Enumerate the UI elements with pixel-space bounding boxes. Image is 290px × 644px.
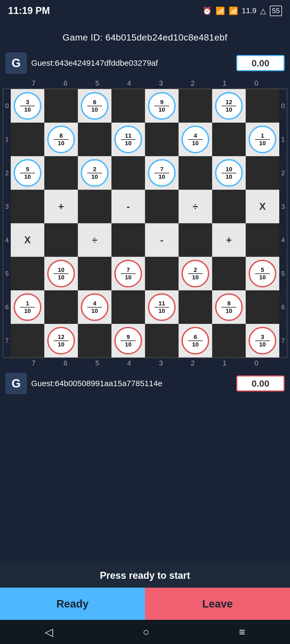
board-cell-0-6[interactable]: 1210 [212, 89, 246, 123]
row-label-left-5: 5 [3, 257, 11, 290]
board-cell-7-6[interactable] [212, 324, 246, 357]
board-cell-0-3[interactable] [111, 89, 145, 123]
piece-1-3: 1110 [114, 126, 142, 153]
board-cell-6-3[interactable] [111, 290, 145, 324]
board-cell-0-0[interactable]: 310 [11, 89, 44, 123]
op-3-3: - [127, 201, 130, 212]
piece-1-5: 410 [182, 126, 209, 153]
board-cell-4-4[interactable]: - [145, 223, 179, 257]
board-cell-6-4[interactable]: 1110 [145, 290, 179, 324]
board-cell-7-7[interactable]: 310 [246, 324, 279, 357]
board-cell-0-2[interactable]: 610 [78, 89, 111, 123]
col-label-0: 0 [241, 78, 273, 89]
board-cell-1-7[interactable]: 110 [246, 123, 279, 156]
op-3-7: X [259, 201, 266, 212]
board-cell-3-6[interactable] [212, 190, 246, 223]
player2-avatar: G [5, 373, 27, 394]
board-cell-3-5[interactable]: ÷ [179, 190, 212, 223]
board-cell-6-0[interactable]: 110 [11, 290, 44, 324]
row-label-left-0: 0 [3, 89, 11, 123]
board-cell-6-5[interactable] [179, 290, 212, 324]
board-cell-7-3[interactable]: 910 [111, 324, 145, 357]
board-cell-5-3[interactable]: 710 [111, 257, 145, 290]
op-3-1: + [58, 201, 64, 212]
row-label-left-2: 2 [3, 156, 11, 190]
col-label-b0: 0 [241, 358, 273, 368]
board-cell-5-6[interactable] [212, 257, 246, 290]
board-cell-4-1[interactable] [44, 223, 78, 257]
board-cell-7-1[interactable]: 1210 [44, 324, 78, 357]
piece-6-0: 110 [14, 293, 41, 321]
board-cell-7-5[interactable]: 610 [179, 324, 212, 357]
leave-button[interactable]: Leave [145, 588, 290, 620]
board-cell-2-1[interactable] [44, 156, 78, 190]
board-cell-6-1[interactable] [44, 290, 78, 324]
board-cell-2-5[interactable] [179, 156, 212, 190]
board-cell-4-2[interactable]: ÷ [78, 223, 111, 257]
board-cell-1-3[interactable]: 1110 [111, 123, 145, 156]
board-cell-1-0[interactable] [11, 123, 44, 156]
col-label-5: 5 [81, 78, 113, 89]
board-cell-0-1[interactable] [44, 89, 78, 123]
board-cell-7-2[interactable] [78, 324, 111, 357]
home-button[interactable]: ○ [143, 626, 149, 638]
action-buttons: Ready Leave [0, 588, 290, 620]
board-cell-3-3[interactable]: - [111, 190, 145, 223]
back-button[interactable]: ◁ [45, 626, 53, 638]
col-label-6: 6 [50, 78, 82, 89]
game-board: 0310610910121001810111041011012510210710… [3, 89, 287, 358]
piece-2-0: 510 [14, 159, 41, 187]
piece-7-5: 610 [182, 327, 209, 354]
row-label-right-2: 2 [279, 156, 287, 190]
board-cell-5-7[interactable]: 510 [246, 257, 279, 290]
board-cell-1-5[interactable]: 410 [179, 123, 212, 156]
game-id-container: Game ID: 64b015deb24ed10c8e481ebf [0, 21, 290, 48]
board-cell-5-5[interactable]: 210 [179, 257, 212, 290]
board-cell-2-7[interactable] [246, 156, 279, 190]
board-cell-3-1[interactable]: + [44, 190, 78, 223]
board-cell-3-2[interactable] [78, 190, 111, 223]
board-cell-2-3[interactable] [111, 156, 145, 190]
player2-score: 0.00 [236, 375, 285, 391]
board-cell-4-6[interactable]: + [212, 223, 246, 257]
piece-2-2: 210 [81, 159, 108, 187]
board-cell-2-4[interactable]: 710 [145, 156, 179, 190]
board-cell-2-6[interactable]: 1010 [212, 156, 246, 190]
board-cell-4-0[interactable]: X [11, 223, 44, 257]
board-cell-4-5[interactable] [179, 223, 212, 257]
board-cell-3-0[interactable] [11, 190, 44, 223]
board-cell-1-1[interactable]: 810 [44, 123, 78, 156]
board-cell-1-4[interactable] [145, 123, 179, 156]
menu-button[interactable]: ≡ [239, 626, 245, 638]
board-cell-6-7[interactable] [246, 290, 279, 324]
board-cell-0-5[interactable] [179, 89, 212, 123]
col-label-1: 1 [209, 78, 241, 89]
row-label-right-7: 7 [279, 324, 287, 357]
board-cell-0-7[interactable] [246, 89, 279, 123]
board-cell-1-6[interactable] [212, 123, 246, 156]
board-cell-7-0[interactable] [11, 324, 44, 357]
board-cell-4-7[interactable] [246, 223, 279, 257]
board-cell-3-4[interactable] [145, 190, 179, 223]
board-cell-3-7[interactable]: X [246, 190, 279, 223]
board-cell-2-0[interactable]: 510 [11, 156, 44, 190]
board-cell-0-4[interactable]: 910 [145, 89, 179, 123]
status-time: 11:19 PM [8, 5, 50, 16]
board-cell-6-6[interactable]: 810 [212, 290, 246, 324]
board-cell-5-0[interactable] [11, 257, 44, 290]
piece-5-1: 1010 [47, 260, 75, 287]
board-cell-5-1[interactable]: 1010 [44, 257, 78, 290]
board-cell-6-2[interactable]: 410 [78, 290, 111, 324]
triangle-icon: △ [260, 6, 266, 15]
player1-score: 0.00 [236, 55, 285, 71]
op-4-2: ÷ [92, 235, 97, 246]
board-cell-5-4[interactable] [145, 257, 179, 290]
board-cell-5-2[interactable] [78, 257, 111, 290]
board-cell-7-4[interactable] [145, 324, 179, 357]
board-cell-4-3[interactable] [111, 223, 145, 257]
row-label-right-4: 4 [279, 223, 287, 257]
board-cell-1-2[interactable] [78, 123, 111, 156]
ready-button[interactable]: Ready [0, 588, 145, 620]
col-label-b2: 2 [177, 358, 209, 368]
board-cell-2-2[interactable]: 210 [78, 156, 111, 190]
